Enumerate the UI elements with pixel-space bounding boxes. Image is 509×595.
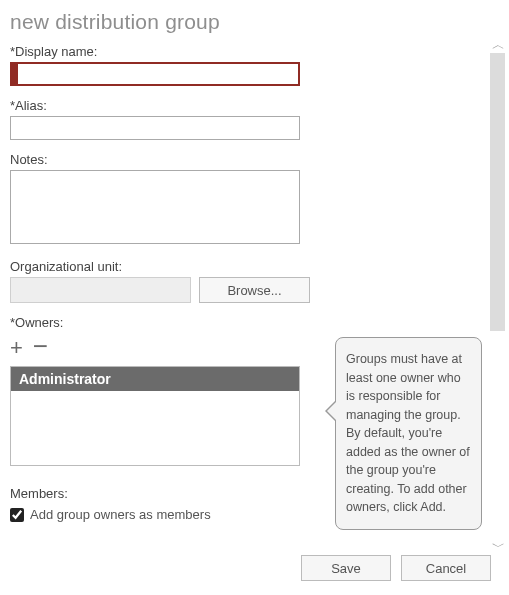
save-button[interactable]: Save [301, 555, 391, 581]
scroll-down-icon[interactable]: ﹀ [489, 540, 507, 553]
alias-label: *Alias: [10, 98, 310, 113]
org-unit-label: Organizational unit: [10, 259, 310, 274]
browse-button[interactable]: Browse... [199, 277, 310, 303]
list-item[interactable]: Administrator [11, 367, 299, 391]
scrollbar[interactable]: ︿ ﹀ [489, 38, 507, 553]
cancel-button[interactable]: Cancel [401, 555, 491, 581]
form-area: *Display name: *Alias: Notes: Organizati… [10, 44, 310, 522]
remove-owner-icon[interactable]: − [33, 333, 48, 359]
display-name-input[interactable] [10, 62, 300, 86]
page-title: new distribution group [10, 10, 491, 34]
scroll-thumb[interactable] [490, 53, 505, 331]
members-label: Members: [10, 486, 310, 501]
alias-input[interactable] [10, 116, 300, 140]
owners-tooltip: Groups must have at least one owner who … [335, 337, 482, 530]
display-name-label: *Display name: [10, 44, 310, 59]
org-unit-input [10, 277, 191, 303]
notes-input[interactable] [10, 170, 300, 244]
add-owners-checkbox[interactable] [10, 508, 24, 522]
add-owner-icon[interactable]: + [10, 337, 23, 359]
scroll-up-icon[interactable]: ︿ [489, 38, 507, 51]
add-owners-checkbox-label: Add group owners as members [30, 507, 211, 522]
owners-label: *Owners: [10, 315, 310, 330]
owners-list[interactable]: Administrator [10, 366, 300, 466]
notes-label: Notes: [10, 152, 310, 167]
